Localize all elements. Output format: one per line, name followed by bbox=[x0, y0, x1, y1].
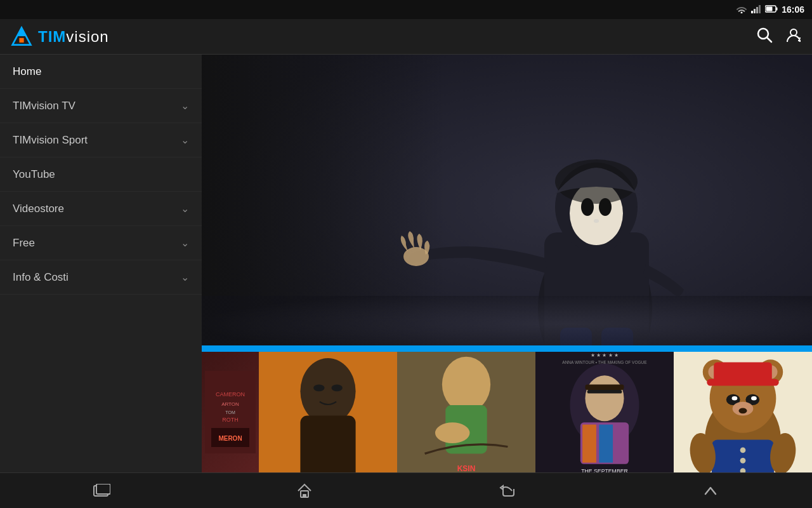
svg-point-46 bbox=[435, 422, 470, 443]
hero-image bbox=[202, 55, 812, 352]
svg-rect-0 bbox=[751, 11, 753, 13]
svg-text:MERON: MERON bbox=[218, 435, 242, 442]
status-bar: 16:06 bbox=[0, 0, 812, 19]
sidebar-item-free[interactable]: Free ⌄ bbox=[0, 226, 202, 260]
sidebar-item-videostore[interactable]: Videostore ⌄ bbox=[0, 192, 202, 226]
svg-point-42 bbox=[331, 384, 342, 391]
svg-text:★ ★ ★ ★ ★: ★ ★ ★ ★ ★ bbox=[591, 352, 618, 358]
svg-text:ARTON: ARTON bbox=[221, 401, 239, 407]
svg-text:ROTH: ROTH bbox=[222, 417, 239, 423]
svg-rect-1 bbox=[754, 9, 756, 13]
top-bar: TIMvision bbox=[0, 19, 812, 55]
svg-rect-2 bbox=[756, 7, 758, 13]
signal-icon bbox=[751, 4, 761, 15]
svg-rect-5 bbox=[776, 8, 778, 11]
svg-rect-84 bbox=[303, 494, 306, 497]
sidebar-item-home[interactable]: Home bbox=[0, 55, 202, 89]
hero-section bbox=[202, 55, 812, 352]
sidebar-item-youtube[interactable]: YouTube bbox=[0, 157, 202, 192]
svg-point-26 bbox=[594, 219, 599, 223]
svg-rect-56 bbox=[582, 425, 596, 463]
svg-point-52 bbox=[585, 375, 624, 421]
svg-rect-82 bbox=[96, 484, 110, 494]
svg-rect-53 bbox=[585, 384, 624, 390]
svg-rect-3 bbox=[759, 5, 761, 13]
thumbnail-2[interactable] bbox=[259, 352, 397, 472]
chevron-down-icon: ⌄ bbox=[181, 237, 189, 249]
sidebar-item-free-label: Free bbox=[13, 237, 35, 250]
svg-point-41 bbox=[313, 384, 324, 391]
chevron-down-icon: ⌄ bbox=[181, 203, 189, 215]
chevron-down-icon: ⌄ bbox=[181, 134, 189, 146]
svg-text:KSIN: KSIN bbox=[457, 464, 476, 472]
svg-rect-68 bbox=[707, 379, 778, 386]
sidebar-item-timvision-sport-label: TIMvision Sport bbox=[13, 134, 88, 147]
svg-rect-57 bbox=[599, 425, 613, 463]
thumbnail-3[interactable]: KSIN bbox=[397, 352, 535, 472]
svg-text:THE SEPTEMBER: THE SEPTEMBER bbox=[581, 468, 628, 472]
back-button[interactable] bbox=[488, 478, 527, 504]
recents-button[interactable] bbox=[82, 478, 121, 504]
thumbnails-row: CAMERON ARTON TOM ROTH MERON bbox=[202, 352, 812, 472]
svg-rect-75 bbox=[712, 440, 774, 472]
logo-container: TIMvision bbox=[10, 25, 756, 48]
sidebar: Home TIMvision TV ⌄ TIMvision Sport ⌄ Yo… bbox=[0, 55, 202, 472]
svg-rect-6 bbox=[766, 7, 773, 11]
sidebar-item-info-costi-label: Info & Costi bbox=[13, 271, 69, 284]
svg-rect-40 bbox=[300, 415, 355, 472]
sidebar-item-home-label: Home bbox=[13, 65, 41, 78]
svg-text:ANNA WINTOUR • THE MAKING OF V: ANNA WINTOUR • THE MAKING OF VOGUE bbox=[562, 360, 647, 364]
sidebar-item-timvision-tv[interactable]: TIMvision TV ⌄ bbox=[0, 89, 202, 123]
svg-line-11 bbox=[767, 37, 771, 42]
svg-rect-29 bbox=[202, 296, 812, 352]
home-button[interactable] bbox=[285, 478, 324, 504]
profile-button[interactable] bbox=[785, 27, 802, 47]
bottom-nav bbox=[0, 472, 812, 508]
svg-point-12 bbox=[790, 29, 797, 36]
search-button[interactable] bbox=[756, 27, 773, 47]
sidebar-item-videostore-label: Videostore bbox=[13, 203, 64, 215]
tim-logo-icon bbox=[10, 25, 33, 48]
svg-rect-30 bbox=[202, 345, 812, 352]
chevron-down-icon: ⌄ bbox=[181, 271, 189, 283]
sidebar-item-youtube-label: YouTube bbox=[13, 168, 55, 181]
svg-text:CAMERON: CAMERON bbox=[216, 391, 245, 398]
top-actions bbox=[756, 27, 802, 47]
svg-rect-9 bbox=[19, 37, 23, 42]
svg-point-39 bbox=[300, 358, 355, 425]
svg-text:TOM: TOM bbox=[225, 410, 235, 415]
status-icons: 16:06 bbox=[736, 4, 804, 15]
thumbnail-1[interactable]: CAMERON ARTON TOM ROTH MERON bbox=[202, 352, 259, 472]
status-time: 16:06 bbox=[782, 4, 804, 15]
thumbnail-5[interactable] bbox=[674, 352, 812, 472]
sidebar-item-info-costi[interactable]: Info & Costi ⌄ bbox=[0, 260, 202, 295]
svg-point-72 bbox=[751, 396, 757, 401]
svg-point-74 bbox=[738, 408, 747, 413]
wifi-icon bbox=[736, 4, 747, 15]
sidebar-item-timvision-tv-label: TIMvision TV bbox=[13, 100, 75, 112]
scroll-up-button[interactable] bbox=[691, 478, 730, 504]
svg-point-76 bbox=[740, 448, 746, 453]
svg-rect-54 bbox=[587, 390, 622, 393]
battery-icon bbox=[765, 4, 778, 15]
logo-text: TIMvision bbox=[38, 28, 109, 46]
main-content: CAMERON ARTON TOM ROTH MERON bbox=[202, 55, 812, 472]
thumbnail-4[interactable]: ★ ★ ★ ★ ★ ANNA WINTOUR • THE MAKING OF V… bbox=[535, 352, 674, 472]
svg-point-44 bbox=[442, 357, 490, 412]
svg-point-77 bbox=[740, 458, 746, 464]
svg-point-71 bbox=[732, 396, 738, 401]
sidebar-item-timvision-sport[interactable]: TIMvision Sport ⌄ bbox=[0, 123, 202, 157]
chevron-down-icon: ⌄ bbox=[181, 100, 189, 112]
